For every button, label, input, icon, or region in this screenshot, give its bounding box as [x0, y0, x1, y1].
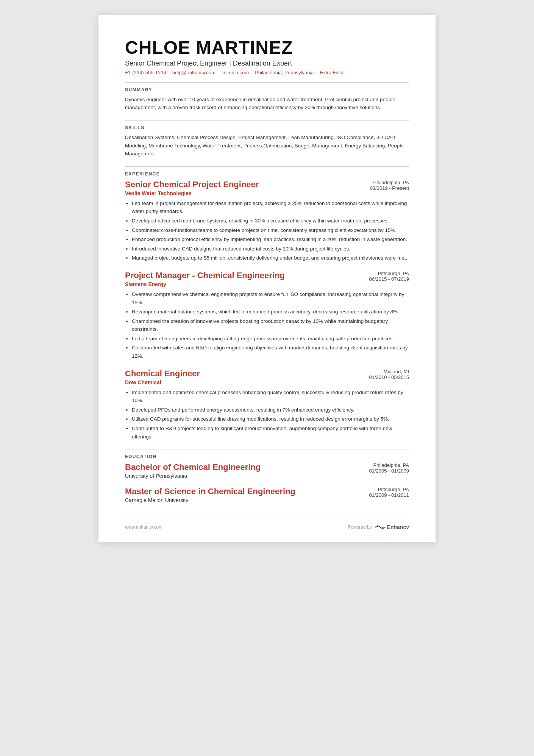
exp-header-2: Project Manager - Chemical Engineering S…: [125, 271, 409, 287]
exp-title-1: Senior Chemical Project Engineer Veolia …: [125, 180, 259, 196]
skills-divider: [125, 166, 409, 167]
bullet: Revamped material balance systems, which…: [132, 308, 409, 316]
edu-left-1: Bachelor of Chemical Engineering Univers…: [125, 462, 261, 479]
exp-entry-2: Project Manager - Chemical Engineering S…: [125, 271, 409, 360]
footer-website: www.enhancv.com: [125, 524, 162, 530]
resume-header: CHLOE MARTINEZ Senior Chemical Project E…: [125, 38, 409, 75]
experience-label: EXPERIENCE: [125, 171, 409, 177]
header-divider: [125, 82, 409, 83]
exp-header-3: Chemical Engineer Dow Chemical Midland, …: [125, 369, 409, 385]
bullet: Oversaw comprehensive chemical engineeri…: [132, 290, 409, 307]
exp-entry-1: Senior Chemical Project Engineer Veolia …: [125, 180, 409, 262]
exp-bullets-1: Led team in project management for desal…: [125, 199, 409, 262]
page-footer: www.enhancv.com Powered by Enhancv: [125, 518, 409, 531]
bullet: Utilized CAD programs for successful lin…: [132, 415, 409, 423]
skills-label: SKILLS: [125, 125, 409, 130]
enhancv-icon: [375, 524, 386, 531]
bullet: Collaborated with sales and R&D to align…: [132, 344, 409, 360]
education-section: EDUCATION Bachelor of Chemical Engineeri…: [125, 454, 409, 503]
contact-line: +1-(234)-555-1234 help@enhancv.com linke…: [125, 70, 409, 75]
bullet: Enhanced production protocol efficiency …: [132, 235, 409, 244]
candidate-name: CHLOE MARTINEZ: [125, 38, 409, 58]
location: Philadelphia, Pennsylvania: [255, 70, 314, 75]
exp-meta-2: Pittsburgh, PA 06/2015 - 07/2019: [369, 271, 409, 282]
exp-header-1: Senior Chemical Project Engineer Veolia …: [125, 180, 409, 196]
bullet: Developed PFDs and performed energy asse…: [132, 406, 409, 414]
extra-field: Extra Field: [320, 70, 344, 75]
bullet: Led a team of 5 engineers in developing …: [132, 335, 409, 343]
exp-entry-3: Chemical Engineer Dow Chemical Midland, …: [125, 369, 409, 441]
edu-header-1: Bachelor of Chemical Engineering Univers…: [125, 462, 409, 479]
bullet: Led team in project management for desal…: [132, 199, 409, 216]
skills-section: SKILLS Desalination Systems, Chemical Pr…: [125, 125, 409, 158]
exp-title-2: Project Manager - Chemical Engineering S…: [125, 271, 285, 287]
exp-bullets-3: Implemented and optimized chemical proce…: [125, 388, 409, 441]
email: help@enhancv.com: [172, 70, 215, 75]
edu-meta-2: Pittsburgh, PA 01/2009 - 01/2011: [369, 487, 409, 498]
bullet: Introduced innovative CAD designs that r…: [132, 245, 409, 253]
summary-section: SUMMARY Dynamic engineer with over 10 ye…: [125, 87, 409, 112]
summary-label: SUMMARY: [125, 87, 409, 92]
exp-meta-1: Philadelphia, PA 08/2019 - Present: [370, 180, 409, 191]
experience-divider: [125, 449, 409, 449]
bullet: Managed project budgets up to $5 million…: [132, 254, 409, 262]
phone: +1-(234)-555-1234: [125, 70, 166, 75]
bullet: Coordinated cross-functional teams to co…: [132, 226, 409, 235]
linkedin: linkedin.com: [222, 70, 249, 75]
education-label: EDUCATION: [125, 454, 409, 459]
edu-entry-1: Bachelor of Chemical Engineering Univers…: [125, 462, 409, 479]
bullet: Contributed to R&D projects leading to s…: [132, 424, 409, 441]
exp-meta-3: Midland, MI 01/2010 - 05/2015: [369, 369, 409, 380]
candidate-title: Senior Chemical Project Engineer | Desal…: [125, 59, 409, 67]
summary-text: Dynamic engineer with over 10 years of e…: [125, 95, 409, 112]
summary-divider: [125, 120, 409, 121]
edu-meta-1: Philadelphia, PA 01/2005 - 01/2009: [369, 462, 409, 474]
footer-brand: Powered by Enhancv: [348, 524, 409, 531]
edu-header-2: Master of Science in Chemical Engineerin…: [125, 487, 409, 503]
bullet: Championed the creation of innovative pr…: [132, 317, 409, 333]
resume-page: CHLOE MARTINEZ Senior Chemical Project E…: [98, 15, 436, 542]
exp-bullets-2: Oversaw comprehensive chemical engineeri…: [125, 290, 409, 360]
skills-text: Desalination Systems, Chemical Process D…: [125, 133, 409, 158]
bullet: Implemented and optimized chemical proce…: [132, 388, 409, 405]
bullet: Developed advanced membrane systems, res…: [132, 217, 409, 225]
edu-left-2: Master of Science in Chemical Engineerin…: [125, 487, 295, 503]
enhancv-brand-name: Enhancv: [387, 524, 409, 530]
enhancv-logo: Enhancv: [375, 524, 409, 531]
exp-title-3: Chemical Engineer Dow Chemical: [125, 369, 200, 385]
edu-entry-2: Master of Science in Chemical Engineerin…: [125, 487, 409, 503]
experience-section: EXPERIENCE Senior Chemical Project Engin…: [125, 171, 409, 441]
powered-by-text: Powered by: [348, 524, 372, 530]
